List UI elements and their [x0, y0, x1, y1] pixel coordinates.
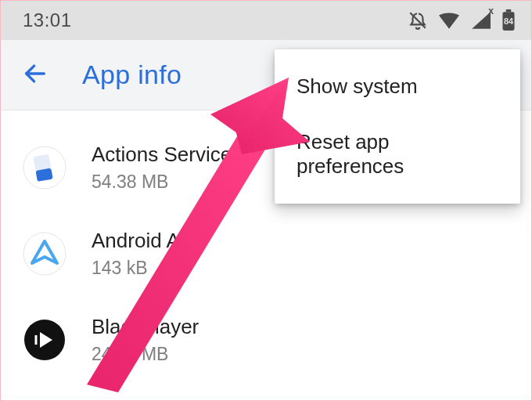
svg-rect-1 [506, 9, 511, 12]
app-name: Actions Services [92, 143, 242, 167]
status-icons: x 84 [408, 9, 516, 31]
page-title: App info [82, 60, 182, 90]
status-time: 13:01 [23, 9, 72, 31]
arrow-back-icon [22, 60, 49, 90]
do-not-disturb-icon [408, 10, 428, 31]
app-icon [21, 144, 68, 191]
app-name: BlackPlayer [92, 315, 199, 339]
app-icon [21, 316, 68, 363]
app-text: Android Auto 143 kB [92, 229, 208, 279]
wifi-icon [439, 12, 459, 29]
app-size: 143 kB [92, 258, 208, 279]
app-size: 24.93 MB [92, 344, 199, 365]
battery-icon: 84 [501, 9, 516, 31]
battery-level: 84 [501, 16, 516, 26]
app-text: BlackPlayer 24.93 MB [92, 315, 199, 365]
app-icon [21, 230, 68, 277]
back-button[interactable] [15, 55, 56, 96]
app-row-blackplayer[interactable]: BlackPlayer 24.93 MB [1, 297, 531, 383]
app-row-android-auto[interactable]: Android Auto 143 kB [1, 211, 531, 297]
menu-show-system[interactable]: Show system [275, 59, 520, 114]
app-name: Android Auto [92, 229, 208, 253]
svg-point-8 [23, 232, 66, 276]
cell-signal-icon: x [470, 12, 491, 29]
app-text: Actions Services 54.38 MB [92, 143, 242, 193]
menu-reset-app-preferences[interactable]: Reset app preferences [275, 114, 520, 194]
app-size: 54.38 MB [92, 172, 242, 193]
overflow-menu: Show system Reset app preferences [275, 49, 520, 204]
status-bar: 13:01 x 84 [1, 1, 531, 40]
